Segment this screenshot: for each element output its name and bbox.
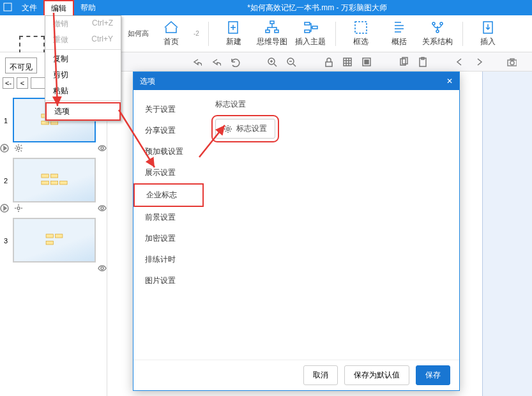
ribbon-mindmap[interactable]: 思维导图 (256, 20, 288, 47)
ribbon-summary[interactable]: 概括 (383, 20, 415, 47)
back-icon[interactable] (455, 57, 465, 67)
cancel-button[interactable]: 取消 (303, 365, 338, 385)
side-display[interactable]: 展示设置 (133, 162, 204, 183)
svg-point-11 (436, 30, 439, 33)
slide-num: 2 (4, 177, 8, 185)
svg-point-28 (101, 147, 103, 149)
canvas-offscreen (482, 72, 532, 396)
menu-help[interactable]: 帮助 (74, 0, 102, 15)
eye-icon[interactable] (98, 264, 107, 273)
camera-icon[interactable] (506, 57, 517, 67)
home-sub: -2 (194, 30, 199, 37)
home-label: 首页 (163, 36, 179, 47)
redo-shortcut: Ctrl+Y (91, 34, 113, 45)
undo-icon[interactable] (192, 57, 202, 67)
forward-icon[interactable] (474, 57, 484, 67)
lock-icon[interactable] (323, 57, 333, 67)
side-encrypt[interactable]: 加密设置 (133, 228, 204, 249)
play-icon[interactable] (0, 144, 9, 153)
svg-rect-16 (344, 58, 351, 66)
dropdown-cut[interactable]: 剪切 (45, 67, 121, 83)
dropdown-options[interactable]: 选项 (45, 102, 121, 121)
svg-rect-4 (275, 30, 278, 33)
insert-topic-icon (303, 20, 318, 35)
home-icon (163, 20, 179, 35)
svg-point-27 (17, 147, 20, 149)
eye-icon[interactable] (98, 204, 107, 213)
svg-rect-7 (312, 26, 317, 29)
slide-thumb-3[interactable]: 3 (13, 218, 96, 263)
eye-icon[interactable] (98, 144, 107, 153)
close-icon[interactable]: ✕ (446, 77, 453, 86)
app-icon (0, 3, 15, 13)
nav-prev[interactable]: < (17, 77, 28, 89)
undo-shortcut: Ctrl+Z (92, 19, 113, 29)
cut-label: 剪切 (53, 70, 68, 80)
ribbon-new[interactable]: 新建 (218, 20, 250, 47)
slide-num: 1 (4, 117, 8, 125)
boxselect-label: 框选 (353, 36, 369, 47)
side-logo[interactable]: 企业标志 (133, 183, 204, 207)
svg-point-31 (101, 207, 103, 209)
slide-num: 3 (4, 237, 8, 245)
redo-icon[interactable] (211, 57, 221, 67)
paste-label: 粘贴 (53, 86, 68, 96)
zoom-out-icon[interactable] (286, 57, 296, 67)
dialog-sidebar: 关于设置 分享设置 预加载设置 展示设置 企业标志 前景设置 加密设置 排练计时… (133, 90, 204, 360)
svg-rect-15 (326, 62, 332, 66)
edit-dropdown: 撤销 Ctrl+Z 重做 Ctrl+Y 复制 剪切 粘贴 选项 (45, 15, 121, 121)
new-icon (226, 20, 241, 35)
slide-thumb-2[interactable]: 2 (13, 158, 96, 202)
ribbon-home[interactable]: 首页 (155, 20, 187, 47)
mindmap-label: 思维导图 (257, 36, 287, 47)
gear-icon[interactable] (14, 204, 23, 213)
ribbon-insert-topic[interactable]: 插入主题 (294, 20, 326, 47)
restore-icon[interactable] (230, 57, 240, 67)
menu-edit[interactable]: 编辑 (43, 0, 74, 15)
options-dialog: 选项 ✕ 关于设置 分享设置 预加载设置 展示设置 企业标志 前景设置 加密设置… (133, 72, 460, 391)
dialog-content: 标志设置 标志设置 (204, 90, 459, 360)
ribbon-insert[interactable]: 插入 (472, 20, 504, 47)
slide-tools (0, 144, 107, 153)
relation-icon (430, 20, 445, 35)
side-preload[interactable]: 预加载设置 (133, 141, 204, 162)
truncated-label: 不可见 (5, 57, 37, 73)
save-default-button[interactable]: 保存为默认值 (344, 365, 409, 385)
mindmap-icon (264, 20, 280, 35)
side-image[interactable]: 图片设置 (133, 270, 204, 291)
nav-first[interactable]: <- (3, 77, 14, 89)
copy-label: 复制 (53, 54, 68, 65)
dropdown-paste[interactable]: 粘贴 (45, 83, 121, 99)
separator (45, 100, 121, 101)
gear-icon[interactable] (14, 144, 23, 153)
side-rehearse[interactable]: 排练计时 (133, 249, 204, 270)
grid-icon[interactable] (342, 57, 353, 67)
copy-icon[interactable] (399, 57, 409, 67)
divider (208, 22, 209, 46)
dropdown-redo[interactable]: 重做 Ctrl+Y (45, 32, 121, 48)
side-share[interactable]: 分享设置 (133, 120, 204, 141)
paste-icon[interactable] (418, 57, 428, 67)
ribbon-boxselect[interactable]: 框选 (345, 20, 377, 47)
thumb-preview (40, 173, 68, 187)
ribbon-relation[interactable]: 关系结构 (422, 20, 453, 47)
logo-settings-button[interactable]: 标志设置 (215, 119, 275, 139)
dropdown-copy[interactable]: 复制 (45, 51, 121, 67)
fit-icon[interactable] (361, 57, 372, 67)
slide-tools (0, 204, 107, 213)
svg-rect-25 (510, 59, 514, 60)
play-icon[interactable] (0, 204, 9, 213)
side-about[interactable]: 关于设置 (133, 99, 204, 120)
new-label: 新建 (226, 36, 241, 47)
menu-file[interactable]: 文件 (15, 0, 43, 15)
section-label: 标志设置 (215, 99, 448, 110)
divider (462, 22, 463, 46)
side-foreground[interactable]: 前景设置 (133, 207, 204, 228)
dropdown-undo[interactable]: 撤销 Ctrl+Z (45, 16, 121, 32)
menubar: 文件 编辑 帮助 *如何高效记忆一本书.mm - 万彩脑图大师 (0, 0, 532, 15)
dialog-titlebar: 选项 ✕ (133, 72, 459, 90)
svg-point-32 (101, 267, 103, 270)
save-button[interactable]: 保存 (416, 365, 450, 385)
zoom-in-icon[interactable] (267, 57, 277, 67)
svg-rect-6 (305, 30, 310, 33)
